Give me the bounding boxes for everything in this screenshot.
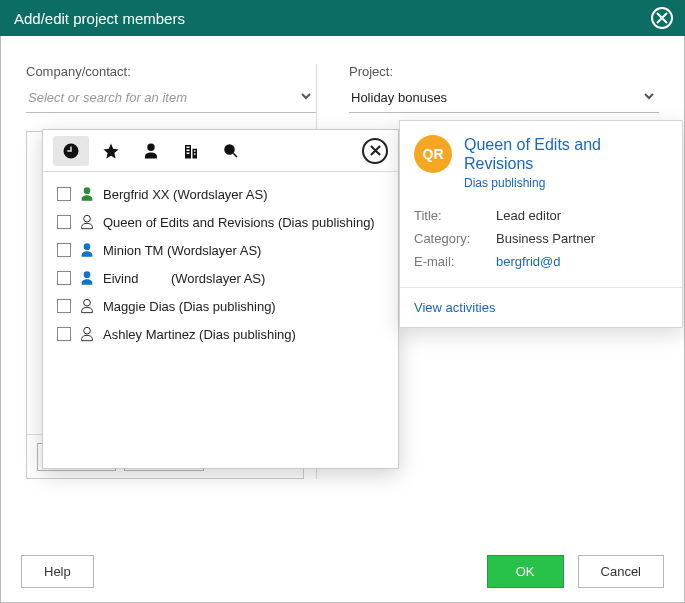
chevron-down-icon <box>643 90 655 105</box>
person-icon <box>79 270 95 286</box>
search-icon <box>222 142 240 160</box>
close-icon <box>370 145 381 156</box>
contact-picker-popover: Bergfrid XX (Wordslayer AS)Queen of Edit… <box>42 129 399 469</box>
person-icon <box>79 186 95 202</box>
contact-checkbox[interactable] <box>57 243 71 257</box>
contact-row[interactable]: Minion TM (Wordslayer AS) <box>47 236 394 264</box>
buttonbar: Help OK Cancel <box>21 555 664 588</box>
contact-detail-card: QR Queen of Edits and Revisions Dias pub… <box>399 120 683 328</box>
dialog-close-button[interactable] <box>651 7 673 29</box>
kv-email-label: E-mail: <box>414 254 486 269</box>
tab-person[interactable] <box>133 136 169 166</box>
chevron-down-icon <box>300 90 312 105</box>
project-combo[interactable]: Holiday bonuses <box>349 85 659 113</box>
kv-category-value: Business Partner <box>496 231 595 246</box>
contact-label: Minion TM (Wordslayer AS) <box>103 243 261 258</box>
contact-checkbox[interactable] <box>57 271 71 285</box>
star-icon <box>102 142 120 160</box>
contact-row[interactable]: Bergfrid XX (Wordslayer AS) <box>47 180 394 208</box>
dialog-title: Add/edit project members <box>14 10 185 27</box>
contact-row[interactable]: Maggie Dias (Dias publishing) <box>47 292 394 320</box>
contact-label: Bergfrid XX (Wordslayer AS) <box>103 187 267 202</box>
tab-favorites[interactable] <box>93 136 129 166</box>
contact-list: Bergfrid XX (Wordslayer AS)Queen of Edit… <box>43 172 398 468</box>
person-icon <box>79 298 95 314</box>
person-icon <box>79 326 95 342</box>
contact-label: Queen of Edits and Revisions (Dias publi… <box>103 215 375 230</box>
contact-label: Maggie Dias (Dias publishing) <box>103 299 276 314</box>
contact-checkbox[interactable] <box>57 299 71 313</box>
ok-button[interactable]: OK <box>487 555 564 588</box>
contact-row[interactable]: Queen of Edits and Revisions (Dias publi… <box>47 208 394 236</box>
detail-company[interactable]: Dias publishing <box>464 176 668 190</box>
view-activities-link[interactable]: View activities <box>414 300 495 315</box>
contact-label: Eivind (Wordslayer AS) <box>103 271 265 286</box>
project-label: Project: <box>349 64 659 79</box>
close-icon <box>656 12 668 24</box>
svg-point-0 <box>225 145 234 154</box>
kv-email-value[interactable]: bergfrid@d <box>496 254 561 269</box>
titlebar: Add/edit project members <box>0 0 685 36</box>
contact-row[interactable]: Eivind (Wordslayer AS) <box>47 264 394 292</box>
history-icon <box>62 142 80 160</box>
popover-close-button[interactable] <box>362 138 388 164</box>
help-button[interactable]: Help <box>21 555 94 588</box>
person-icon <box>79 214 95 230</box>
building-icon <box>182 142 200 160</box>
contact-checkbox[interactable] <box>57 187 71 201</box>
tab-search[interactable] <box>213 136 249 166</box>
contact-label: Ashley Martinez (Dias publishing) <box>103 327 296 342</box>
cancel-button[interactable]: Cancel <box>578 555 664 588</box>
company-contact-placeholder: Select or search for an item <box>28 90 187 105</box>
project-value: Holiday bonuses <box>351 90 447 105</box>
company-contact-combo[interactable]: Select or search for an item <box>26 85 316 113</box>
kv-category-label: Category: <box>414 231 486 246</box>
company-contact-label: Company/contact: <box>26 64 316 79</box>
kv-title-label: Title: <box>414 208 486 223</box>
contact-checkbox[interactable] <box>57 215 71 229</box>
kv-title-value: Lead editor <box>496 208 561 223</box>
person-icon <box>142 142 160 160</box>
contact-checkbox[interactable] <box>57 327 71 341</box>
detail-name[interactable]: Queen of Edits and Revisions <box>464 135 668 173</box>
tab-company[interactable] <box>173 136 209 166</box>
person-icon <box>79 242 95 258</box>
tab-history[interactable] <box>53 136 89 166</box>
contact-row[interactable]: Ashley Martinez (Dias publishing) <box>47 320 394 348</box>
avatar: QR <box>414 135 452 173</box>
